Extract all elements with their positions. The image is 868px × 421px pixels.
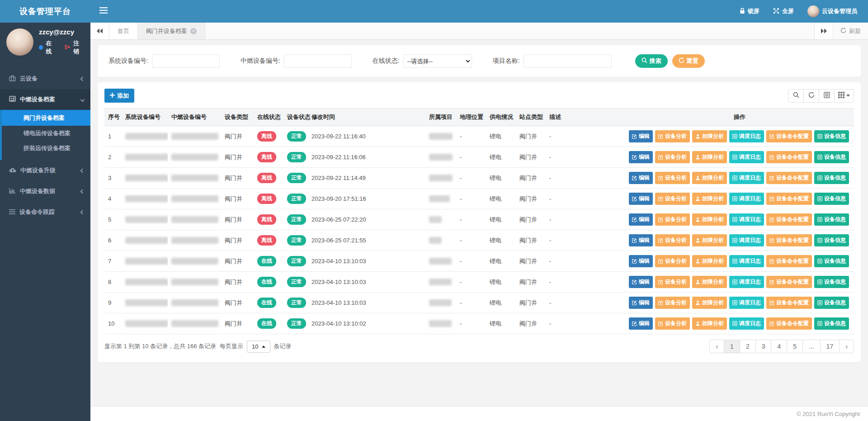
row-action-dispatch-log[interactable]: 调度日志 — [729, 276, 764, 288]
sidebar-item-zr-upgrade[interactable]: 中燃设备升级 — [0, 160, 90, 181]
tab-valve-well-archive[interactable]: 阀门井设备档案 × — [138, 23, 205, 39]
row-action-dispatch-log[interactable]: 调度日志 — [729, 151, 764, 163]
sidebar-subitem-valve-well-archive[interactable]: 阀门井设备档案 — [2, 110, 90, 126]
page-button-2[interactable]: 2 — [740, 340, 756, 353]
sidebar-item-cloud-device[interactable]: 云设备 — [0, 68, 90, 89]
row-action-fault-analysis[interactable]: 故障分析 — [692, 276, 727, 288]
row-action-edit[interactable]: 编辑 — [629, 297, 653, 309]
row-action-device-info[interactable]: 设备信息 — [814, 193, 849, 205]
page-button-4[interactable]: 4 — [771, 340, 787, 353]
page-button-17[interactable]: 17 — [820, 340, 840, 353]
row-action-device-command-config[interactable]: 设备命令配置 — [766, 317, 812, 330]
row-action-dispatch-log[interactable]: 调度日志 — [729, 213, 764, 226]
row-action-fault-analysis[interactable]: 故障分析 — [692, 172, 727, 184]
system-device-id-input[interactable] — [152, 54, 220, 68]
row-action-device-analysis[interactable]: 设备分析 — [655, 255, 690, 267]
search-button[interactable]: 搜索 — [635, 54, 668, 68]
add-button[interactable]: 添加 — [104, 89, 134, 103]
page-button-1[interactable]: 1 — [724, 340, 740, 353]
row-action-device-command-config[interactable]: 设备命令配置 — [766, 151, 812, 163]
project-name-input[interactable] — [524, 54, 612, 68]
row-action-fault-analysis[interactable]: 故障分析 — [692, 234, 727, 246]
toolbar-search-button[interactable] — [788, 89, 804, 103]
row-action-dispatch-log[interactable]: 调度日志 — [729, 234, 764, 246]
row-action-device-analysis[interactable]: 设备分析 — [655, 130, 690, 142]
tab-refresh-button[interactable]: 刷新 — [833, 23, 868, 39]
row-action-fault-analysis[interactable]: 故障分析 — [692, 255, 727, 267]
tab-close-icon[interactable]: × — [190, 28, 197, 34]
row-action-device-info[interactable]: 设备信息 — [814, 151, 849, 163]
row-action-dispatch-log[interactable]: 调度日志 — [729, 193, 764, 205]
row-action-edit[interactable]: 编辑 — [629, 130, 653, 142]
toolbar-refresh-button[interactable] — [803, 89, 819, 103]
admin-menu[interactable]: 云设备管理员 — [807, 5, 857, 17]
row-action-device-info[interactable]: 设备信息 — [814, 297, 849, 309]
row-action-device-info[interactable]: 设备信息 — [814, 213, 849, 226]
page-prev-button[interactable]: ‹ — [709, 340, 724, 353]
row-action-dispatch-log[interactable]: 调度日志 — [729, 255, 764, 267]
reset-button[interactable]: 重置 — [672, 54, 705, 68]
row-action-device-info[interactable]: 设备信息 — [814, 255, 849, 267]
row-action-device-command-config[interactable]: 设备命令配置 — [766, 255, 812, 267]
tabs-scroll-left-button[interactable] — [90, 23, 109, 39]
row-action-device-command-config[interactable]: 设备命令配置 — [766, 193, 812, 205]
fullscreen-button[interactable]: 全屏 — [773, 7, 794, 15]
row-action-device-analysis[interactable]: 设备分析 — [655, 317, 690, 330]
row-action-device-info[interactable]: 设备信息 — [814, 234, 849, 246]
row-action-edit[interactable]: 编辑 — [629, 317, 653, 330]
row-action-fault-analysis[interactable]: 故障分析 — [692, 130, 727, 142]
row-action-device-command-config[interactable]: 设备命令配置 — [766, 130, 812, 142]
row-action-device-analysis[interactable]: 设备分析 — [655, 193, 690, 205]
row-action-fault-analysis[interactable]: 故障分析 — [692, 317, 727, 330]
toolbar-columns-button[interactable] — [834, 89, 854, 103]
row-action-edit[interactable]: 编辑 — [629, 276, 653, 288]
tabs-scroll-right-button[interactable] — [814, 23, 833, 39]
row-action-edit[interactable]: 编辑 — [629, 255, 653, 267]
row-action-dispatch-log[interactable]: 调度日志 — [729, 317, 764, 330]
online-status-select[interactable]: --请选择-- — [403, 54, 472, 68]
page-button-5[interactable]: 5 — [787, 340, 803, 353]
row-action-device-analysis[interactable]: 设备分析 — [655, 276, 690, 288]
row-action-device-info[interactable]: 设备信息 — [814, 130, 849, 142]
row-action-device-command-config[interactable]: 设备命令配置 — [766, 213, 812, 226]
row-action-edit[interactable]: 编辑 — [629, 234, 653, 246]
row-action-device-info[interactable]: 设备信息 — [814, 276, 849, 288]
page-next-button[interactable]: › — [839, 340, 854, 353]
row-action-device-analysis[interactable]: 设备分析 — [655, 234, 690, 246]
row-action-edit[interactable]: 编辑 — [629, 151, 653, 163]
toolbar-detail-view-button[interactable] — [819, 89, 835, 103]
row-action-device-command-config[interactable]: 设备命令配置 — [766, 172, 812, 184]
row-action-fault-analysis[interactable]: 故障分析 — [692, 151, 727, 163]
row-action-fault-analysis[interactable]: 故障分析 — [692, 193, 727, 205]
row-action-device-analysis[interactable]: 设备分析 — [655, 213, 690, 226]
sidebar-subitem-assembled-remote-archive[interactable]: 拼装远传设备档案 — [2, 141, 90, 156]
page-ellipsis[interactable]: ... — [802, 340, 821, 353]
row-action-device-info[interactable]: 设备信息 — [814, 172, 849, 184]
logout-link[interactable]: 注销 — [73, 39, 84, 56]
page-button-3[interactable]: 3 — [755, 340, 772, 353]
row-action-fault-analysis[interactable]: 故障分析 — [692, 213, 727, 226]
sidebar-item-command-tracking[interactable]: 设备命令跟踪 — [0, 202, 90, 222]
sidebar-toggle-button[interactable] — [98, 5, 109, 18]
row-action-dispatch-log[interactable]: 调度日志 — [729, 130, 764, 142]
row-action-fault-analysis[interactable]: 故障分析 — [692, 297, 727, 309]
row-action-dispatch-log[interactable]: 调度日志 — [729, 297, 764, 309]
sidebar-item-zr-data[interactable]: 中燃设备数据 — [0, 181, 90, 202]
lock-screen-button[interactable]: 锁屏 — [740, 7, 760, 15]
row-action-edit[interactable]: 编辑 — [629, 193, 653, 205]
tab-home[interactable]: 首页 — [109, 23, 138, 39]
row-action-dispatch-log[interactable]: 调度日志 — [729, 172, 764, 184]
row-action-device-analysis[interactable]: 设备分析 — [655, 151, 690, 163]
row-action-device-info[interactable]: 设备信息 — [814, 317, 849, 330]
sidebar-item-zr-archives[interactable]: 中燃设备档案 — [0, 89, 90, 110]
row-action-edit[interactable]: 编辑 — [629, 213, 653, 226]
row-action-edit[interactable]: 编辑 — [629, 172, 653, 184]
row-action-device-analysis[interactable]: 设备分析 — [655, 297, 690, 309]
zr-device-id-input[interactable] — [284, 54, 352, 68]
page-size-dropdown[interactable]: 10 — [247, 341, 270, 353]
row-action-device-command-config[interactable]: 设备命令配置 — [766, 297, 812, 309]
row-action-device-command-config[interactable]: 设备命令配置 — [766, 276, 812, 288]
row-action-device-command-config[interactable]: 设备命令配置 — [766, 234, 812, 246]
sidebar-subitem-lithium-remote-archive[interactable]: 锂电远传设备档案 — [2, 126, 90, 141]
row-action-device-analysis[interactable]: 设备分析 — [655, 172, 690, 184]
